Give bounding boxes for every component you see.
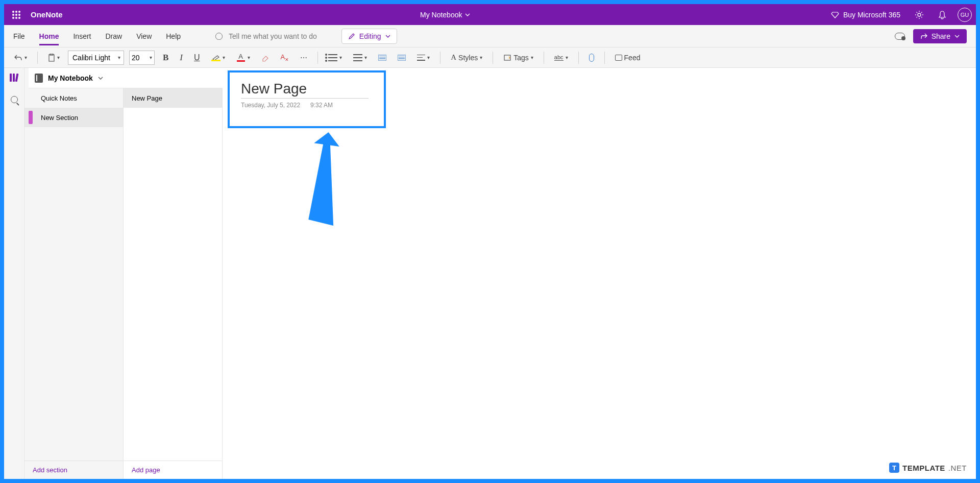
outdent-icon bbox=[378, 55, 386, 61]
watermark-suffix: .NET bbox=[948, 464, 967, 472]
align-icon bbox=[417, 55, 425, 61]
note-canvas[interactable]: New Page Tuesday, July 5, 2022 9:32 AM T… bbox=[223, 68, 976, 479]
section-item-quick-notes[interactable]: Quick Notes bbox=[24, 88, 123, 108]
pencil-icon bbox=[348, 33, 355, 40]
page-item[interactable]: New Page bbox=[124, 88, 222, 108]
watermark-brand: TEMPLATE bbox=[902, 464, 945, 472]
chevron-down-icon bbox=[954, 34, 960, 39]
chevron-down-icon bbox=[98, 76, 103, 81]
svg-point-0 bbox=[918, 13, 921, 16]
section-label: Quick Notes bbox=[41, 94, 77, 102]
alignment-button[interactable]: ▾ bbox=[414, 53, 433, 63]
editing-label: Editing bbox=[359, 32, 381, 40]
underline-icon: U bbox=[194, 53, 200, 62]
section-item-new-section[interactable]: New Section bbox=[24, 108, 123, 127]
app-launcher-icon[interactable] bbox=[12, 11, 20, 19]
tags-button[interactable]: Tags ▾ bbox=[500, 52, 536, 64]
highlighter-icon bbox=[211, 54, 220, 61]
pages-panel: New Page Add page bbox=[124, 68, 223, 479]
clipboard-icon bbox=[48, 54, 55, 62]
font-size-value: 20 bbox=[132, 54, 140, 62]
paste-button[interactable]: ▾ bbox=[45, 52, 63, 64]
page-date: Tuesday, July 5, 2022 bbox=[241, 102, 300, 109]
styles-button[interactable]: A Styles ▾ bbox=[448, 51, 485, 64]
bold-icon: B bbox=[163, 53, 168, 63]
ribbon-toolbar: ▾ ▾ Calibri Light ▾ 20 ▾ B I U ▾ A ▾ bbox=[4, 47, 976, 68]
add-section-label: Add section bbox=[33, 466, 67, 474]
watermark: T TEMPLATE.NET bbox=[889, 463, 967, 473]
spellcheck-button[interactable]: abc ▾ bbox=[551, 52, 571, 63]
settings-button[interactable] bbox=[912, 7, 927, 22]
tab-file[interactable]: File bbox=[13, 27, 25, 45]
notebook-title-dropdown[interactable]: My Notebook bbox=[63, 11, 828, 19]
spellcheck-icon: abc bbox=[554, 54, 564, 61]
share-button[interactable]: Share bbox=[913, 29, 967, 43]
eraser-icon bbox=[261, 54, 270, 62]
format-painter-button[interactable]: A✕ bbox=[278, 51, 292, 64]
sync-status-icon[interactable] bbox=[895, 33, 905, 40]
app-name: OneNote bbox=[31, 10, 63, 19]
feed-label: Feed bbox=[624, 54, 641, 62]
bold-button[interactable]: B bbox=[160, 51, 172, 65]
italic-button[interactable]: I bbox=[177, 51, 186, 65]
user-avatar[interactable]: GU bbox=[958, 8, 972, 22]
search-icon bbox=[11, 96, 18, 103]
add-page-label: Add page bbox=[132, 466, 160, 474]
clear-formatting-button[interactable] bbox=[258, 52, 273, 64]
tab-home[interactable]: Home bbox=[39, 27, 59, 45]
share-label: Share bbox=[932, 32, 950, 40]
notebooks-rail-button[interactable] bbox=[8, 72, 20, 84]
page-item-label: New Page bbox=[132, 94, 162, 102]
page-title-block: New Page Tuesday, July 5, 2022 9:32 AM bbox=[228, 70, 386, 128]
underline-button[interactable]: U bbox=[191, 51, 203, 64]
add-section-button[interactable]: Add section bbox=[24, 461, 123, 479]
notebook-icon bbox=[35, 74, 43, 83]
feed-button[interactable]: Feed bbox=[612, 52, 644, 64]
lightbulb-icon bbox=[215, 33, 223, 40]
share-icon bbox=[920, 33, 927, 40]
tell-me-placeholder: Tell me what you want to do bbox=[229, 32, 317, 40]
bullet-list-icon bbox=[328, 54, 337, 61]
tab-insert[interactable]: Insert bbox=[73, 27, 91, 45]
svg-marker-4 bbox=[303, 132, 346, 226]
increase-indent-button[interactable] bbox=[395, 53, 409, 63]
buy-m365-button[interactable]: Buy Microsoft 365 bbox=[828, 8, 903, 22]
tab-help[interactable]: Help bbox=[166, 27, 181, 45]
styles-label: Styles bbox=[458, 54, 478, 62]
undo-button[interactable]: ▾ bbox=[11, 52, 30, 63]
bullet-list-button[interactable]: ▾ bbox=[325, 52, 345, 63]
left-rail bbox=[4, 68, 24, 479]
bell-icon bbox=[938, 10, 946, 19]
format-painter-icon: A✕ bbox=[281, 53, 289, 62]
gear-icon bbox=[915, 10, 924, 19]
main-area: My Notebook Quick Notes New Section Add … bbox=[4, 68, 976, 479]
highlight-button[interactable]: ▾ bbox=[208, 52, 228, 63]
tell-me-search[interactable]: Tell me what you want to do bbox=[215, 32, 317, 40]
styles-icon: A bbox=[451, 53, 456, 62]
tags-label: Tags bbox=[513, 54, 529, 62]
numbered-list-button[interactable]: ▾ bbox=[350, 52, 370, 63]
font-color-button[interactable]: A ▾ bbox=[233, 51, 253, 64]
chevron-down-icon bbox=[465, 12, 470, 17]
indent-icon bbox=[398, 55, 406, 61]
font-family-select[interactable]: Calibri Light ▾ bbox=[68, 51, 124, 65]
feed-icon bbox=[615, 55, 622, 61]
more-formatting-button[interactable]: ⋯ bbox=[297, 52, 310, 64]
numbered-list-icon bbox=[353, 54, 362, 61]
tab-view[interactable]: View bbox=[136, 27, 152, 45]
notifications-button[interactable] bbox=[935, 7, 949, 22]
svg-rect-1 bbox=[49, 55, 54, 61]
font-size-select[interactable]: 20 ▾ bbox=[129, 51, 155, 65]
annotation-arrow bbox=[299, 132, 360, 234]
tab-draw[interactable]: Draw bbox=[105, 27, 122, 45]
ellipsis-icon: ⋯ bbox=[300, 54, 307, 62]
notebooks-icon bbox=[10, 74, 19, 83]
search-rail-button[interactable] bbox=[8, 93, 20, 106]
notebook-dropdown[interactable]: My Notebook bbox=[29, 68, 223, 88]
dictate-button[interactable] bbox=[586, 52, 597, 64]
add-page-button[interactable]: Add page bbox=[124, 461, 222, 479]
page-title-input[interactable]: New Page bbox=[241, 81, 307, 99]
editing-mode-button[interactable]: Editing bbox=[341, 29, 397, 44]
diamond-icon bbox=[831, 11, 839, 19]
decrease-indent-button[interactable] bbox=[375, 53, 389, 63]
